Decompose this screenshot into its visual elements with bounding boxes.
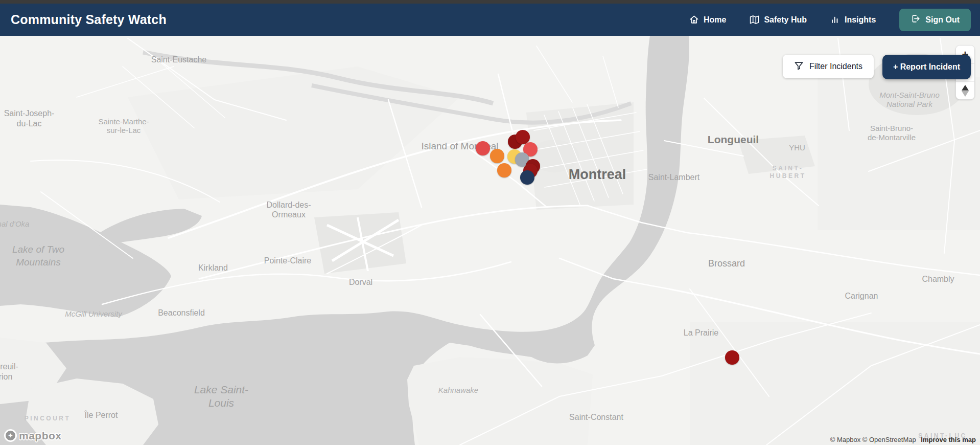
nav-item-home[interactable]: Home [689,15,726,25]
map-label: Mont-Saint-Bruno [879,91,940,99]
main-nav: Home Safety Hub Insights Sign Out [689,9,971,31]
map-label: rion [0,372,12,382]
nav-item-label: Home [704,15,726,25]
mapbox-logo-text: mapbox [19,430,62,442]
attribution-text: © Mapbox © OpenStreetMap [830,436,916,443]
nav-item-label: Safety Hub [764,15,807,25]
map-label: Saint-Joseph- [4,109,55,118]
map-label: de-Montarville [868,133,916,142]
map-label: McGill University [65,309,122,318]
map-label: National Park [886,100,932,108]
map-label: Louis [208,397,234,409]
sign-out-label: Sign Out [925,15,960,25]
compass-button[interactable] [956,81,974,99]
map-label: Saint-Constant [569,413,623,422]
map-label: nal d'Oka [0,219,29,228]
map-label: du-Lac [17,119,42,128]
nav-item-label: Insights [845,15,876,25]
incident-marker[interactable] [476,141,490,155]
map-label: Chambly [922,275,954,284]
map-label: Lake of Two [12,244,64,255]
map-label: Dollard-des- [266,201,311,210]
mapbox-logo[interactable]: ✦ mapbox [4,429,62,442]
map-label: La Prairie [684,328,718,338]
window-top-strip [0,0,980,4]
nav-item-safety-hub[interactable]: Safety Hub [750,15,807,25]
incident-marker[interactable] [725,350,739,365]
map-label: Carignan [845,292,878,301]
incident-marker[interactable] [497,163,511,177]
map-label: Montreal [569,167,626,183]
log-out-icon [911,14,920,26]
map-label: Longueuil [708,134,759,146]
map-label: YHU [789,143,805,152]
bar-chart-icon [830,15,840,25]
report-incident-label: + Report Incident [893,62,960,72]
map-label: Beaconsfield [158,308,205,318]
map-label: reuil- [0,362,18,371]
map-label: Saint-Eustache [151,55,207,64]
map-label: Pointe-Claire [264,256,311,265]
map-label: Saint-Lambert [648,173,700,182]
map-label: Kahnawake [438,386,478,394]
map-label: Kirkland [198,263,228,273]
compass-needle-icon [962,85,969,97]
map-label: Dorval [349,278,372,287]
incident-marker[interactable] [490,149,504,163]
map-label: sur-le-Lac [107,126,141,135]
map-attribution: © Mapbox © OpenStreetMap Improve this ma… [830,436,976,443]
map-label: Sainte-Marthe- [98,117,149,126]
community-safety-watch-app: Community Safety Watch Home Safety Hub I… [0,0,980,445]
mapbox-logo-icon: ✦ [4,429,17,442]
incident-marker[interactable] [520,170,534,185]
app-title: Community Safety Watch [11,12,167,27]
improve-map-link[interactable]: Improve this map [921,436,976,443]
map-label: SAINT- [773,165,803,172]
map-base-art [0,36,980,445]
map-label: Saint-Bruno- [870,124,913,132]
map-label: Ormeaux [272,210,306,219]
filter-funnel-icon [794,61,804,73]
map-label: HUBERT [770,172,806,180]
map-icon [750,15,759,25]
app-header: Community Safety Watch Home Safety Hub I… [0,4,980,36]
sign-out-button[interactable]: Sign Out [899,9,971,31]
map-label: Brossard [708,258,745,269]
filter-incidents-label: Filter Incidents [809,62,862,71]
map-canvas[interactable]: Saint-EustacheSaint-Joseph-du-LacSainte-… [0,36,980,445]
map-label: Île Perrot [85,411,118,420]
home-icon [689,15,699,25]
report-incident-button[interactable]: + Report Incident [882,55,971,79]
nav-item-insights[interactable]: Insights [830,15,876,25]
map-label: PINCOURT [25,415,71,422]
filter-incidents-button[interactable]: Filter Incidents [783,55,874,78]
map-label: Lake Saint- [194,384,248,396]
map-label: Mountains [16,257,61,268]
